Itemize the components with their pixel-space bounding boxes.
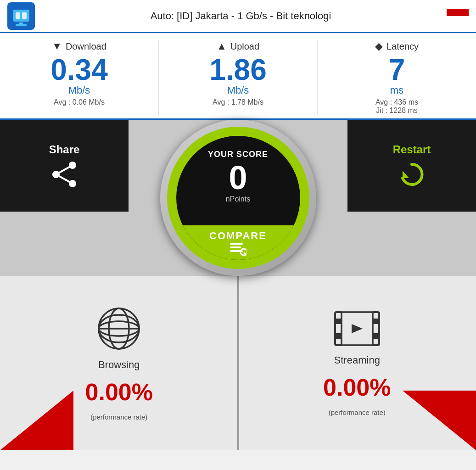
latency-value: 7 — [389, 55, 405, 84]
upload-icon: ▲ — [217, 40, 227, 52]
svg-marker-28 — [352, 324, 363, 333]
upload-stat: ▲ Upload 1.86 Mb/s Avg : 1.78 Mb/s — [159, 40, 318, 115]
latency-jit: Jit : 1228 ms — [376, 106, 418, 115]
download-unit: Mb/s — [68, 84, 90, 96]
restart-icon — [398, 161, 426, 188]
svg-line-9 — [56, 174, 73, 184]
latency-label: ◆ Latency — [375, 40, 419, 52]
streaming-section: Streaming 0.00% (performance rate) — [238, 276, 476, 450]
compare-icon — [230, 243, 246, 256]
browsing-perf: (performance rate) — [90, 413, 147, 421]
score-value: 0 — [229, 161, 247, 194]
svg-rect-27 — [373, 333, 379, 339]
svg-rect-22 — [335, 312, 342, 345]
latency-avg: Avg : 436 ms — [375, 98, 418, 106]
globe-icon — [96, 306, 142, 352]
middle-section: Share Restart YOUR SCORE 0 nPoints — [0, 120, 476, 276]
svg-marker-10 — [403, 171, 409, 178]
browsing-percent: 0.00% — [85, 378, 153, 406]
svg-rect-4 — [16, 24, 27, 26]
score-unit: nPoints — [226, 195, 250, 203]
restart-label: Restart — [393, 143, 431, 156]
share-button[interactable]: Share — [0, 120, 129, 212]
svg-rect-12 — [230, 246, 241, 248]
streaming-percent: 0.00% — [323, 374, 391, 401]
upload-avg: Avg : 1.78 Mb/s — [213, 98, 263, 106]
bottom-section: Browsing 0.00% (performance rate) Stream… — [0, 276, 476, 450]
red-triangle-right — [403, 391, 476, 450]
svg-line-8 — [56, 165, 73, 174]
download-avg: Avg : 0.06 Mb/s — [54, 98, 105, 106]
streaming-label: Streaming — [334, 354, 380, 366]
svg-rect-26 — [373, 319, 379, 324]
gauge-core: YOUR SCORE 0 nPoints COMPARE — [176, 136, 300, 260]
gauge-green-ring: YOUR SCORE 0 nPoints COMPARE — [167, 127, 309, 269]
share-icon — [50, 161, 78, 188]
svg-rect-23 — [373, 312, 379, 345]
svg-rect-11 — [230, 243, 243, 245]
compare-band[interactable]: COMPARE — [176, 225, 300, 260]
share-label: Share — [49, 143, 80, 156]
gauge-outer-ring: YOUR SCORE 0 nPoints COMPARE — [160, 120, 316, 276]
country-flag — [447, 9, 469, 23]
bottom-divider — [237, 276, 239, 450]
svg-rect-0 — [13, 10, 29, 22]
upload-value: 1.86 — [209, 55, 267, 84]
browsing-section: Browsing 0.00% (performance rate) — [0, 276, 238, 450]
svg-rect-24 — [335, 319, 342, 324]
svg-rect-2 — [22, 12, 27, 19]
red-triangle-left — [0, 391, 73, 450]
svg-rect-25 — [335, 333, 342, 339]
latency-icon: ◆ — [375, 40, 383, 52]
compare-label: COMPARE — [209, 230, 267, 242]
app-logo — [7, 2, 35, 30]
download-label: ▼ Download — [52, 40, 106, 52]
latency-stat: ◆ Latency 7 ms Avg : 436 ms Jit : 1228 m… — [318, 40, 476, 115]
restart-button[interactable]: Restart — [347, 120, 476, 212]
score-gauge: YOUR SCORE 0 nPoints COMPARE — [160, 120, 316, 276]
film-icon — [334, 310, 380, 347]
download-stat: ▼ Download 0.34 Mb/s Avg : 0.06 Mb/s — [0, 40, 159, 115]
latency-unit: ms — [390, 84, 403, 96]
upload-label: ▲ Upload — [217, 40, 259, 52]
stats-row: ▼ Download 0.34 Mb/s Avg : 0.06 Mb/s ▲ U… — [0, 33, 476, 120]
download-icon: ▼ — [52, 40, 62, 52]
app-header: Auto: [ID] Jakarta - 1 Gb/s - Bit teknol… — [0, 0, 476, 33]
your-score-label: YOUR SCORE — [208, 150, 268, 159]
upload-unit: Mb/s — [227, 84, 249, 96]
download-value: 0.34 — [50, 55, 108, 84]
svg-rect-1 — [16, 12, 20, 19]
header-title: Auto: [ID] Jakarta - 1 Gb/s - Bit teknol… — [35, 10, 447, 22]
streaming-perf: (performance rate) — [329, 408, 386, 416]
browsing-label: Browsing — [98, 359, 140, 371]
